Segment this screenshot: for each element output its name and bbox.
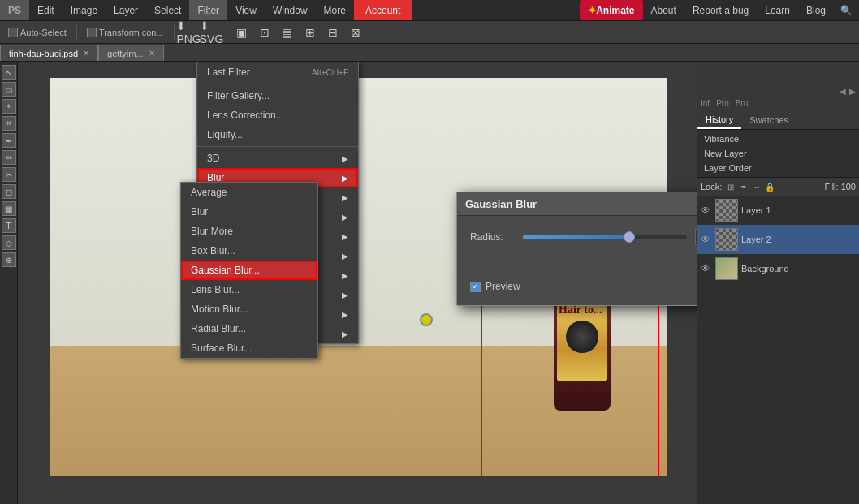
info-bru: Bru <box>736 99 749 108</box>
motion-blur-label: Motion Blur... <box>191 304 248 315</box>
layer-1-visibility-icon[interactable]: 👁 <box>701 205 712 216</box>
average-label: Average <box>191 187 227 198</box>
auto-select-checkbox[interactable]: Auto-Select <box>3 26 71 39</box>
history-item-vibrance[interactable]: Vibrance <box>699 131 857 146</box>
spacing-btn[interactable]: ⊠ <box>346 24 365 41</box>
menu-account[interactable]: Account <box>354 0 412 20</box>
tab-close-1[interactable]: ✕ <box>83 49 89 58</box>
menu-layer[interactable]: Layer <box>106 0 146 20</box>
toolbar: Auto-Select Transform con... ⬇ PNG ⬇ SVG… <box>0 21 859 44</box>
about-link[interactable]: About <box>643 0 684 20</box>
align-left-btn[interactable]: ▣ <box>232 24 252 41</box>
tool-select[interactable]: ▭ <box>2 82 16 97</box>
learn-link[interactable]: Learn <box>757 0 798 20</box>
tool-brush[interactable]: ✏ <box>2 150 16 165</box>
tool-lasso[interactable]: ⌖ <box>2 99 16 114</box>
filter-gallery[interactable]: Filter Gallery... <box>197 86 358 106</box>
layers-controls: Lock: ⊞ ✒ ↔ 🔒 Fill: 100 <box>697 178 859 196</box>
align-right-btn[interactable]: ▤ <box>278 24 297 41</box>
history-item-new-layer[interactable]: New Layer <box>699 146 857 161</box>
tool-crop[interactable]: ⌗ <box>2 116 16 131</box>
lock-position-icon[interactable]: ↔ <box>751 181 762 192</box>
menu-sep-2 <box>197 146 358 147</box>
menu-view[interactable]: View <box>227 0 265 20</box>
auto-select-label: Auto-Select <box>20 28 67 37</box>
canvas-area[interactable]: Hair to... Last Filter Alt+Ctrl+F Filter… <box>18 62 697 504</box>
cursor <box>420 313 433 326</box>
menu-window[interactable]: Window <box>265 0 316 20</box>
blur-motion[interactable]: Motion Blur... <box>181 299 317 319</box>
tab-tinh-dau-buoi[interactable]: tinh-dau-buoi.psd ✕ <box>0 45 98 61</box>
liquify-label: Liquify... <box>207 129 243 140</box>
lock-all-icon[interactable]: 🔒 <box>764 181 775 192</box>
png-export-btn[interactable]: ⬇ PNG <box>179 24 199 41</box>
tab-bar: tinh-dau-buoi.psd ✕ gettyim... ✕ <box>0 44 859 62</box>
tab-close-2[interactable]: ✕ <box>149 49 155 58</box>
filter-3d[interactable]: 3D ▶ <box>197 149 358 168</box>
distribute-v-btn[interactable]: ⊟ <box>323 24 343 41</box>
blog-link[interactable]: Blog <box>798 0 834 20</box>
tab-gettyim[interactable]: gettyim... ✕ <box>98 45 164 61</box>
filter-lens-correction[interactable]: Lens Correction... <box>197 106 358 125</box>
history-item-layer-order[interactable]: Layer Order <box>699 161 857 175</box>
tab-label-1: tinh-dau-buoi.psd <box>9 49 78 58</box>
radius-slider[interactable] <box>523 235 687 239</box>
tool-zoom[interactable]: ⊕ <box>2 252 16 267</box>
tool-move[interactable]: ↖ <box>2 65 16 80</box>
tab-swatches[interactable]: Swatches <box>741 110 796 129</box>
menu-edit[interactable]: Edit <box>29 0 63 20</box>
radius-input[interactable] <box>695 229 697 245</box>
lock-label: Lock: <box>701 182 722 192</box>
preview-checkbox[interactable]: ✓ <box>470 282 481 292</box>
blur-more[interactable]: Blur More <box>181 222 317 241</box>
filter-last-filter[interactable]: Last Filter Alt+Ctrl+F <box>197 62 358 82</box>
panel-collapse-right[interactable]: ▶ <box>849 87 856 96</box>
tool-eyedropper[interactable]: ✒ <box>2 133 16 148</box>
tab-history[interactable]: History <box>697 110 741 129</box>
surface-blur-label: Surface Blur... <box>191 342 252 354</box>
menu-select[interactable]: Select <box>146 0 189 20</box>
layer-row-1[interactable]: 👁 Layer 1 <box>697 196 859 225</box>
radius-label: Radius: <box>470 231 515 243</box>
fill-label: Fill: 100 <box>824 182 856 192</box>
distribute-btn[interactable]: ⊞ <box>300 24 320 41</box>
tool-shape[interactable]: ◇ <box>2 235 16 250</box>
tool-gradient[interactable]: ▦ <box>2 201 16 216</box>
tool-clone[interactable]: ✂ <box>2 167 16 182</box>
render-arrow: ▶ <box>342 252 348 261</box>
blur-surface[interactable]: Surface Blur... <box>181 338 317 358</box>
dialog-title: Gaussian Blur <box>465 198 537 210</box>
3d-label: 3D <box>207 153 219 164</box>
menu-sep-1 <box>197 84 358 84</box>
search-icon[interactable]: 🔍 <box>834 0 859 20</box>
align-center-btn[interactable]: ⊡ <box>255 24 274 41</box>
stylize-arrow: ▶ <box>342 291 348 299</box>
blur-average[interactable]: Average <box>181 183 317 202</box>
blur-radial[interactable]: Radial Blur... <box>181 319 317 338</box>
blur-blur[interactable]: Blur <box>181 202 317 222</box>
blur-gaussian[interactable]: Gaussian Blur... <box>181 261 317 280</box>
distort-arrow: ▶ <box>342 193 348 202</box>
menu-more[interactable]: More <box>316 0 354 20</box>
tool-eraser[interactable]: ◻ <box>2 184 16 199</box>
lock-transparent-icon[interactable]: ⊞ <box>725 181 736 192</box>
menu-filter[interactable]: Filter <box>189 0 227 20</box>
blur-lens[interactable]: Lens Blur... <box>181 280 317 299</box>
blur-box[interactable]: Box Blur... <box>181 241 317 261</box>
layer-row-background[interactable]: 👁 Background <box>697 254 859 283</box>
background-visibility-icon[interactable]: 👁 <box>701 263 712 274</box>
other-arrow: ▶ <box>342 310 348 319</box>
layer-2-visibility-icon[interactable]: 👁 <box>701 234 712 245</box>
panel-collapse-left[interactable]: ◀ <box>840 87 846 96</box>
tool-text[interactable]: T <box>2 218 16 233</box>
report-bug-link[interactable]: Report a bug <box>684 0 757 20</box>
lock-image-icon[interactable]: ✒ <box>738 181 749 192</box>
layer-row-2[interactable]: 👁 Layer 2 <box>697 225 859 254</box>
history-list: Vibrance New Layer Layer Order <box>697 130 859 177</box>
menu-ps[interactable]: PS <box>0 0 29 20</box>
svg-export-btn[interactable]: ⬇ SVG <box>202 24 222 41</box>
filter-liquify[interactable]: Liquify... <box>197 125 358 144</box>
transform-controls-checkbox[interactable]: Transform con... <box>82 26 169 39</box>
animate-button[interactable]: Animate <box>580 0 642 20</box>
menu-image[interactable]: Image <box>63 0 106 20</box>
